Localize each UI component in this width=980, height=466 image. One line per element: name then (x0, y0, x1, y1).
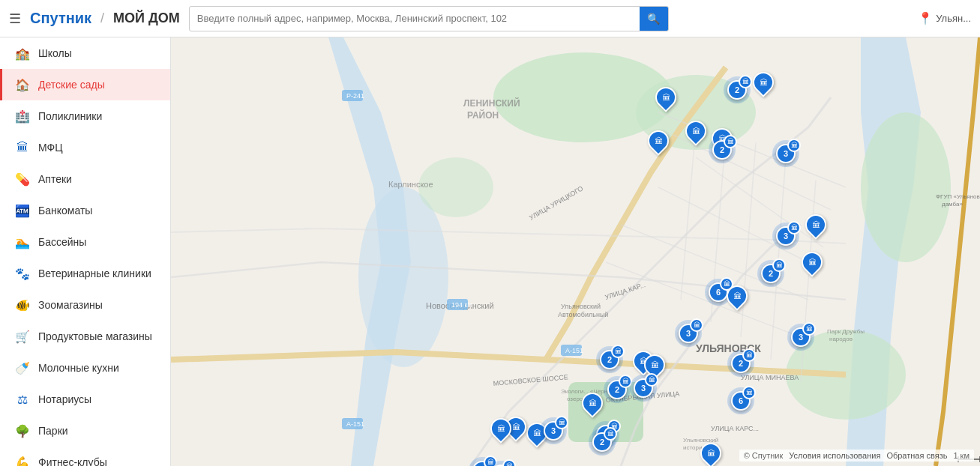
sidebar-label-notary: Нотариусы (38, 393, 91, 405)
map-pin-p8[interactable]: 3 🏛 (772, 140, 799, 167)
svg-text:ЛЕНИНСКИЙ: ЛЕНИНСКИЙ (463, 97, 520, 109)
sidebar-label-pharmacy: Аптеки (38, 173, 72, 185)
sidebar-item-atm[interactable]: 🏧 Банкоматы (0, 195, 170, 226)
map-pin-p27[interactable]: 3 🏛 (540, 417, 567, 444)
sidebar-icon-pools: 🏊 (14, 234, 31, 250)
sidebar-item-zoostore[interactable]: 🐠 Зоомагазины (0, 289, 170, 321)
map-pin-p9[interactable]: 🏛 (805, 214, 826, 235)
sidebar-label-pools: Бассейны (38, 236, 86, 248)
sidebar-item-fitness[interactable]: 💪 Фитнес-клубы (0, 447, 170, 466)
svg-text:Парк Дружбы: Парк Дружбы (827, 328, 865, 335)
map-pin-p14[interactable]: 🏛 (727, 285, 748, 306)
sidebar: 🏫 Школы 🏠 Детские сады 🏥 Поликлиники 🏛 М… (0, 37, 171, 466)
sidebar-label-fitness: Фитнес-клубы (38, 456, 107, 466)
map-pin-p19[interactable]: 🏛 (644, 354, 665, 375)
map-attribution: © Спутник Условия использования Обратная… (739, 450, 974, 462)
search-button[interactable]: 🔍 (640, 6, 668, 31)
sidebar-icon-mfc: 🏛 (14, 139, 31, 156)
location-label: Ульян... (936, 13, 971, 24)
map-pin-p24[interactable]: 6 🏛 (727, 387, 754, 414)
svg-text:А-151: А-151 (565, 347, 583, 354)
sidebar-item-milk[interactable]: 🍼 Молочные кухни (0, 352, 170, 384)
map-area[interactable]: УЛИЦА УРИЦКОГО УЛИЦА КАР... МОСКОВСКОЕ Ш… (171, 37, 980, 466)
map-pin-p23[interactable]: 🏛 (582, 393, 603, 414)
search-input[interactable] (190, 13, 640, 24)
sidebar-item-notary[interactable]: ⚖ Нотариусы (0, 384, 170, 415)
sidebar-icon-milk: 🍼 (14, 360, 31, 376)
sidebar-item-vet[interactable]: 🐾 Ветеринарные клиники (0, 258, 170, 289)
sidebar-icon-parks: 🌳 (14, 423, 31, 439)
attribution-sputnik: © Спутник (744, 451, 784, 460)
map-pin-p2[interactable]: 2 🏛 (724, 76, 751, 103)
svg-text:194 км: 194 км (451, 301, 472, 309)
map-pin-p11[interactable]: 🏛 (802, 252, 823, 273)
sidebar-item-parks[interactable]: 🌳 Парки (0, 415, 170, 447)
map-pin-p17[interactable]: 2 🏛 (596, 346, 623, 373)
sidebar-label-clinics: Поликлиники (38, 110, 102, 122)
svg-point-6 (861, 112, 951, 262)
map-pin-p22[interactable]: 3 🏛 (630, 375, 657, 402)
sidebar-icon-zoostore: 🐠 (14, 297, 31, 313)
svg-text:УЛИЦА КАРС...: УЛИЦА КАРС... (711, 425, 759, 432)
sidebar-icon-kindergartens: 🏠 (14, 76, 31, 93)
sidebar-item-pools[interactable]: 🏊 Бассейны (0, 226, 170, 258)
attribution-feedback[interactable]: Обратная связь (886, 451, 947, 460)
sidebar-label-milk: Молочные кухни (38, 362, 119, 374)
map-pin-p16[interactable]: 3 🏛 (787, 324, 814, 351)
sidebar-label-atm: Банкоматы (38, 205, 92, 217)
sidebar-label-groceries: Продуктовые магазины (38, 330, 152, 342)
map-pin-p15[interactable]: 3 🏛 (675, 320, 702, 347)
search-bar: 🔍 (189, 6, 669, 31)
attribution-scale: 1 км (953, 451, 970, 460)
location-icon: 📍 (918, 11, 933, 25)
sidebar-item-schools[interactable]: 🏫 Школы (0, 37, 170, 69)
sidebar-icon-fitness: 💪 (14, 454, 31, 466)
attribution-terms[interactable]: Условия использования (789, 451, 880, 460)
map-pin-p30[interactable]: 2 🏛 (589, 429, 616, 456)
map-pin-p29[interactable]: 🏛 (490, 418, 511, 439)
svg-point-1 (358, 187, 448, 367)
page-title: МОЙ ДОМ (113, 10, 180, 26)
sidebar-label-mfc: МФЦ (38, 142, 63, 154)
svg-text:РАЙОН: РАЙОН (467, 109, 499, 121)
svg-text:народов: народов (829, 336, 853, 342)
map-pin-p31[interactable]: 🏛 (700, 443, 721, 464)
svg-text:дамба»: дамба» (942, 201, 963, 208)
svg-text:Ульяновский: Ульяновский (561, 303, 601, 310)
sidebar-icon-notary: ⚖ (14, 391, 31, 408)
sidebar-item-pharmacy[interactable]: 💊 Аптеки (0, 163, 170, 195)
map-pin-p20[interactable]: 2 🏛 (727, 350, 754, 377)
header: ☰ Спутник / МОЙ ДОМ 🔍 📍 Ульян... (0, 0, 980, 37)
map-pin-p7[interactable]: 2 🏛 (709, 136, 736, 163)
map-pin-p10[interactable]: 3 🏛 (772, 223, 799, 249)
sidebar-icon-pharmacy: 💊 (14, 171, 31, 187)
svg-text:Карлинское: Карлинское (388, 180, 433, 189)
sidebar-label-zoostore: Зоомагазины (38, 299, 103, 311)
svg-text:Автомобильный: Автомобильный (558, 311, 608, 318)
map-pin-p3[interactable]: 🏛 (753, 72, 774, 93)
sidebar-label-vet: Ветеринарные клиники (38, 267, 151, 279)
sidebar-icon-schools: 🏫 (14, 45, 31, 61)
main-content: 🏫 Школы 🏠 Детские сады 🏥 Поликлиники 🏛 М… (0, 37, 980, 466)
map-pin-p1[interactable]: 🏛 (655, 87, 676, 108)
sidebar-item-mfc[interactable]: 🏛 МФЦ (0, 132, 170, 163)
sidebar-label-kindergartens: Детские сады (38, 79, 105, 91)
search-icon: 🔍 (647, 13, 660, 25)
map-pin-p33[interactable]: 5 🏛 (487, 461, 514, 466)
sidebar-icon-atm: 🏧 (14, 202, 31, 219)
map-background: УЛИЦА УРИЦКОГО УЛИЦА КАР... МОСКОВСКОЕ Ш… (171, 37, 980, 466)
map-pin-p12[interactable]: 2 🏛 (757, 260, 784, 287)
location-selector[interactable]: 📍 Ульян... (918, 11, 971, 25)
sidebar-label-parks: Парки (38, 425, 68, 437)
menu-icon[interactable]: ☰ (9, 10, 21, 27)
sidebar-item-kindergartens[interactable]: 🏠 Детские сады (0, 69, 170, 100)
sidebar-item-groceries[interactable]: 🛒 Продуктовые магазины (0, 321, 170, 352)
header-separator: / (100, 10, 104, 26)
map-pin-p4[interactable]: 🏛 (685, 121, 706, 142)
sidebar-item-clinics[interactable]: 🏥 Поликлиники (0, 100, 170, 132)
map-pin-p21[interactable]: 2 🏛 (604, 376, 631, 403)
svg-text:Р-241: Р-241 (346, 92, 364, 100)
sidebar-icon-clinics: 🏥 (14, 108, 31, 124)
svg-text:А-151: А-151 (346, 420, 364, 428)
map-pin-p6[interactable]: 🏛 (648, 130, 669, 151)
